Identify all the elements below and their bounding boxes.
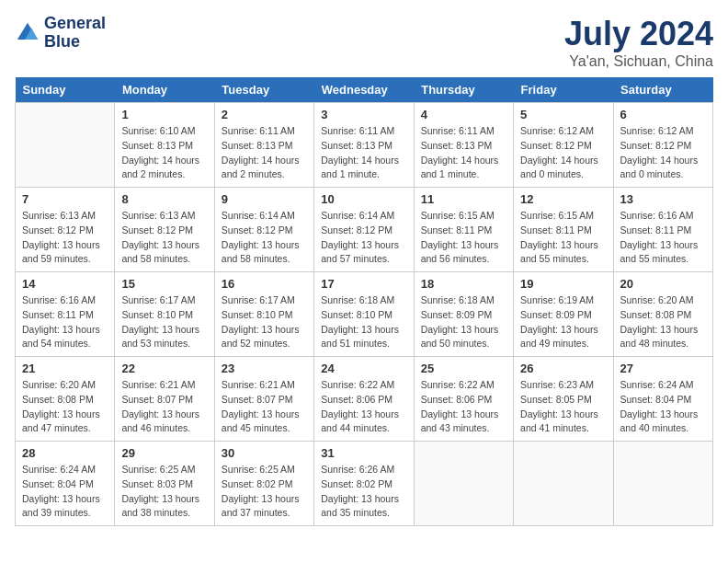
daylight-hours: Daylight: 13 hours and 58 minutes. [121, 238, 207, 268]
day-info: Sunrise: 6:21 AM Sunset: 8:07 PM Dayligh… [121, 378, 207, 436]
sunrise-time: Sunrise: 6:12 AM [520, 124, 606, 139]
day-number: 5 [520, 108, 606, 121]
sunset-time: Sunset: 8:12 PM [321, 224, 406, 238]
day-info: Sunrise: 6:12 AM Sunset: 8:12 PM Dayligh… [620, 124, 706, 182]
daylight-hours: Daylight: 13 hours and 55 minutes. [520, 238, 606, 268]
calendar-cell: 26 Sunrise: 6:23 AM Sunset: 8:05 PM Dayl… [514, 357, 613, 442]
sunset-time: Sunset: 8:09 PM [421, 308, 506, 323]
daylight-hours: Daylight: 13 hours and 41 minutes. [520, 408, 606, 437]
calendar-week-row: 21 Sunrise: 6:20 AM Sunset: 8:08 PM Dayl… [16, 357, 713, 442]
sunrise-time: Sunrise: 6:20 AM [22, 378, 108, 393]
sunset-time: Sunset: 8:11 PM [620, 224, 706, 238]
sunrise-time: Sunrise: 6:11 AM [421, 124, 506, 139]
day-number: 21 [22, 362, 108, 375]
day-number: 1 [121, 108, 207, 121]
sunrise-time: Sunrise: 6:11 AM [321, 124, 406, 139]
daylight-hours: Daylight: 13 hours and 43 minutes. [421, 408, 506, 437]
day-number: 30 [222, 446, 307, 460]
calendar-cell: 4 Sunrise: 6:11 AM Sunset: 8:13 PM Dayli… [414, 103, 513, 188]
day-info: Sunrise: 6:14 AM Sunset: 8:12 PM Dayligh… [222, 209, 307, 267]
sunrise-time: Sunrise: 6:18 AM [321, 293, 406, 308]
sunrise-time: Sunrise: 6:13 AM [22, 209, 108, 224]
sunset-time: Sunset: 8:10 PM [321, 308, 406, 323]
sunrise-time: Sunrise: 6:21 AM [121, 378, 207, 393]
weekday-header-wednesday: Wednesday [314, 77, 414, 103]
calendar-cell: 6 Sunrise: 6:12 AM Sunset: 8:12 PM Dayli… [613, 103, 712, 188]
calendar-cell: 28 Sunrise: 6:24 AM Sunset: 8:04 PM Dayl… [16, 442, 115, 526]
calendar-cell: 1 Sunrise: 6:10 AM Sunset: 8:13 PM Dayli… [115, 103, 214, 188]
sunrise-time: Sunrise: 6:16 AM [22, 293, 108, 308]
day-info: Sunrise: 6:10 AM Sunset: 8:13 PM Dayligh… [121, 124, 207, 182]
calendar-cell: 11 Sunrise: 6:15 AM Sunset: 8:11 PM Dayl… [414, 188, 513, 272]
day-number: 15 [121, 277, 207, 291]
day-info: Sunrise: 6:11 AM Sunset: 8:13 PM Dayligh… [222, 124, 307, 182]
sunset-time: Sunset: 8:06 PM [321, 393, 406, 408]
daylight-hours: Daylight: 13 hours and 37 minutes. [222, 492, 307, 522]
calendar-cell: 15 Sunrise: 6:17 AM Sunset: 8:10 PM Dayl… [115, 272, 214, 357]
day-info: Sunrise: 6:16 AM Sunset: 8:11 PM Dayligh… [620, 209, 706, 267]
day-info: Sunrise: 6:25 AM Sunset: 8:02 PM Dayligh… [222, 463, 307, 521]
sunset-time: Sunset: 8:08 PM [620, 308, 706, 323]
day-info: Sunrise: 6:20 AM Sunset: 8:08 PM Dayligh… [22, 378, 108, 436]
weekday-header-thursday: Thursday [414, 77, 513, 103]
sunset-time: Sunset: 8:04 PM [22, 477, 108, 492]
logo-line2: Blue [44, 33, 106, 52]
day-info: Sunrise: 6:13 AM Sunset: 8:12 PM Dayligh… [121, 209, 207, 267]
day-info: Sunrise: 6:21 AM Sunset: 8:07 PM Dayligh… [222, 378, 307, 436]
calendar-cell: 2 Sunrise: 6:11 AM Sunset: 8:13 PM Dayli… [214, 103, 313, 188]
weekday-header-saturday: Saturday [613, 77, 712, 103]
sunrise-time: Sunrise: 6:24 AM [22, 463, 108, 477]
sunset-time: Sunset: 8:11 PM [22, 308, 108, 323]
calendar-week-row: 7 Sunrise: 6:13 AM Sunset: 8:12 PM Dayli… [16, 188, 713, 272]
calendar-cell: 29 Sunrise: 6:25 AM Sunset: 8:03 PM Dayl… [115, 442, 214, 526]
calendar-week-row: 28 Sunrise: 6:24 AM Sunset: 8:04 PM Dayl… [16, 442, 713, 526]
sunset-time: Sunset: 8:13 PM [121, 139, 207, 154]
day-info: Sunrise: 6:22 AM Sunset: 8:06 PM Dayligh… [321, 378, 406, 436]
calendar-cell: 20 Sunrise: 6:20 AM Sunset: 8:08 PM Dayl… [613, 272, 712, 357]
day-info: Sunrise: 6:15 AM Sunset: 8:11 PM Dayligh… [520, 209, 606, 267]
sunrise-time: Sunrise: 6:23 AM [520, 378, 606, 393]
sunset-time: Sunset: 8:02 PM [321, 477, 406, 492]
page-header: General Blue July 2024 Ya'an, Sichuan, C… [15, 15, 713, 70]
calendar-cell: 7 Sunrise: 6:13 AM Sunset: 8:12 PM Dayli… [16, 188, 115, 272]
daylight-hours: Daylight: 13 hours and 52 minutes. [222, 323, 307, 352]
day-info: Sunrise: 6:24 AM Sunset: 8:04 PM Dayligh… [620, 378, 706, 436]
day-number: 10 [321, 192, 406, 206]
day-info: Sunrise: 6:23 AM Sunset: 8:05 PM Dayligh… [520, 378, 606, 436]
sunrise-time: Sunrise: 6:17 AM [222, 293, 307, 308]
sunrise-time: Sunrise: 6:15 AM [520, 209, 606, 224]
month-title: July 2024 [564, 15, 713, 53]
sunrise-time: Sunrise: 6:25 AM [222, 463, 307, 477]
daylight-hours: Daylight: 13 hours and 54 minutes. [22, 323, 108, 352]
sunset-time: Sunset: 8:09 PM [520, 308, 606, 323]
calendar-cell [16, 103, 115, 188]
day-info: Sunrise: 6:12 AM Sunset: 8:12 PM Dayligh… [520, 124, 606, 182]
sunset-time: Sunset: 8:12 PM [222, 224, 307, 238]
day-number: 9 [222, 192, 307, 206]
sunset-time: Sunset: 8:12 PM [620, 139, 706, 154]
day-number: 28 [22, 446, 108, 460]
sunrise-time: Sunrise: 6:19 AM [520, 293, 606, 308]
calendar-cell: 27 Sunrise: 6:24 AM Sunset: 8:04 PM Dayl… [613, 357, 712, 442]
daylight-hours: Daylight: 13 hours and 49 minutes. [520, 323, 606, 352]
day-number: 23 [222, 362, 307, 375]
daylight-hours: Daylight: 14 hours and 0 minutes. [520, 154, 606, 183]
day-info: Sunrise: 6:18 AM Sunset: 8:09 PM Dayligh… [421, 293, 506, 351]
calendar-week-row: 14 Sunrise: 6:16 AM Sunset: 8:11 PM Dayl… [16, 272, 713, 357]
sunset-time: Sunset: 8:13 PM [421, 139, 506, 154]
day-info: Sunrise: 6:15 AM Sunset: 8:11 PM Dayligh… [421, 209, 506, 267]
weekday-header-sunday: Sunday [16, 77, 115, 103]
location-title: Ya'an, Sichuan, China [564, 53, 713, 70]
sunrise-time: Sunrise: 6:12 AM [620, 124, 706, 139]
sunrise-time: Sunrise: 6:22 AM [421, 378, 506, 393]
day-info: Sunrise: 6:14 AM Sunset: 8:12 PM Dayligh… [321, 209, 406, 267]
sunset-time: Sunset: 8:06 PM [421, 393, 506, 408]
sunrise-time: Sunrise: 6:10 AM [121, 124, 207, 139]
calendar-cell: 10 Sunrise: 6:14 AM Sunset: 8:12 PM Dayl… [314, 188, 414, 272]
calendar-week-row: 1 Sunrise: 6:10 AM Sunset: 8:13 PM Dayli… [16, 103, 713, 188]
weekday-header-tuesday: Tuesday [214, 77, 313, 103]
sunset-time: Sunset: 8:13 PM [222, 139, 307, 154]
daylight-hours: Daylight: 13 hours and 53 minutes. [121, 323, 207, 352]
day-info: Sunrise: 6:17 AM Sunset: 8:10 PM Dayligh… [121, 293, 207, 351]
calendar-cell: 12 Sunrise: 6:15 AM Sunset: 8:11 PM Dayl… [514, 188, 613, 272]
